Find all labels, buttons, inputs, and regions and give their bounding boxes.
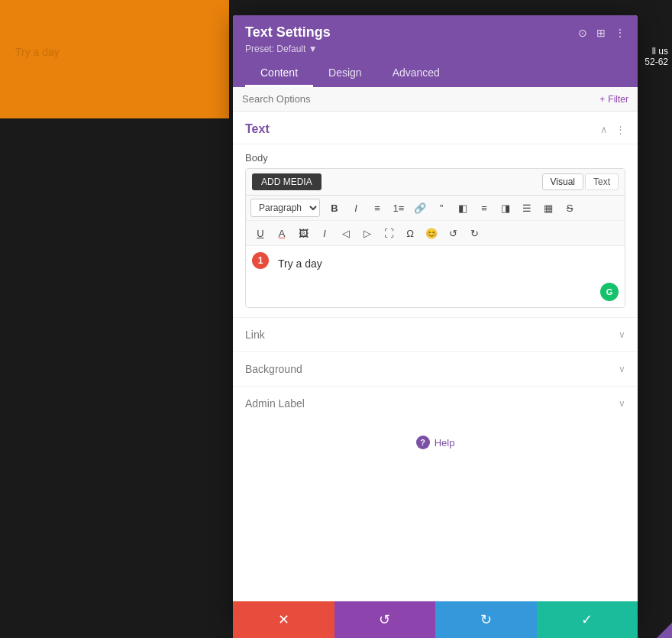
table-button[interactable]: ▦ xyxy=(538,199,558,217)
ol-button[interactable]: 1≡ xyxy=(389,199,409,217)
panel-tabs: Content Design Advanced xyxy=(245,60,625,87)
text-color-button[interactable]: A xyxy=(272,224,292,242)
panel-title-row: Text Settings ⊙ ⊞ ⋮ xyxy=(245,24,625,40)
text-settings-panel: Text Settings ⊙ ⊞ ⋮ Preset: Default ▼ Co… xyxy=(233,15,638,623)
text-section-header: Text ∧ ⋮ xyxy=(233,112,638,144)
orange-hero-section: Try a day xyxy=(0,0,229,134)
background-label: Background xyxy=(245,363,302,375)
search-bar: + Filter xyxy=(233,87,638,112)
section-more-icon[interactable]: ⋮ xyxy=(615,124,625,135)
admin-label-label: Admin Label xyxy=(245,397,305,410)
search-input[interactable] xyxy=(242,93,551,105)
help-icon: ? xyxy=(416,436,430,449)
cancel-button[interactable]: ✕ xyxy=(233,601,334,638)
background-chevron-icon: ∨ xyxy=(619,364,625,374)
section-header-icons: ∧ ⋮ xyxy=(600,124,625,135)
underline-button[interactable]: U xyxy=(250,224,270,242)
bold-button[interactable]: B xyxy=(325,199,344,217)
redo-button[interactable]: ↻ xyxy=(435,601,537,638)
blockquote-button[interactable]: " xyxy=(431,199,451,217)
filter-button[interactable]: + Filter xyxy=(599,94,628,105)
grammarly-icon: G xyxy=(600,283,619,301)
tab-content[interactable]: Content xyxy=(245,60,313,87)
save-button[interactable]: ✓ xyxy=(537,601,638,638)
camera-icon[interactable]: ⊙ xyxy=(578,27,587,39)
collapse-icon[interactable]: ∧ xyxy=(600,124,608,135)
panel-header: Text Settings ⊙ ⊞ ⋮ Preset: Default ▼ Co… xyxy=(233,15,638,87)
indent-button[interactable]: ▷ xyxy=(357,224,377,242)
editor-area: ADD MEDIA Visual Text Paragraph Heading … xyxy=(245,168,625,308)
background-section[interactable]: Background ∨ xyxy=(233,351,638,386)
admin-label-section[interactable]: Admin Label ∨ xyxy=(233,386,638,420)
link-button[interactable]: 🔗 xyxy=(410,199,430,217)
paragraph-select[interactable]: Paragraph Heading 1 Heading 2 xyxy=(250,199,320,217)
columns-icon[interactable]: ⊞ xyxy=(596,27,606,39)
text-view-button[interactable]: Text xyxy=(585,173,619,190)
body-label: Body xyxy=(233,144,638,168)
help-label: Help xyxy=(435,437,455,449)
media-button[interactable]: 🖼 xyxy=(293,224,313,242)
editor-content-area[interactable]: 1 Try a day G xyxy=(246,246,625,307)
editor-badge: 1 xyxy=(252,252,269,269)
text-section-title: Text xyxy=(245,122,270,136)
ul-button[interactable]: ≡ xyxy=(367,199,387,217)
toolbar-row-1: Paragraph Heading 1 Heading 2 B I ≡ 1≡ 🔗… xyxy=(246,196,625,221)
background-text: Try a day xyxy=(15,46,60,58)
preset-label[interactable]: Preset: Default ▼ xyxy=(245,44,318,54)
bottom-bar: ✕ ↺ ↻ ✓ xyxy=(233,601,638,638)
italic2-button[interactable]: I xyxy=(315,224,334,242)
undo-button[interactable]: ↺ xyxy=(334,601,436,638)
toolbar-row-2: U A 🖼 I ◁ ▷ ⛶ Ω 😊 ↺ ↻ xyxy=(246,221,625,246)
align-justify-button[interactable]: ☰ xyxy=(517,199,537,217)
tab-advanced[interactable]: Advanced xyxy=(377,60,455,87)
strikethrough-button[interactable]: S xyxy=(560,199,580,217)
link-label: Link xyxy=(245,329,265,341)
view-toggle: Visual Text xyxy=(542,173,619,190)
panel-body: Text ∧ ⋮ Body ADD MEDIA Visual Text Para… xyxy=(233,112,638,623)
visual-view-button[interactable]: Visual xyxy=(542,173,583,190)
panel-title-icons: ⊙ ⊞ ⋮ xyxy=(578,27,625,39)
add-media-button[interactable]: ADD MEDIA xyxy=(252,173,321,190)
more-icon[interactable]: ⋮ xyxy=(615,27,625,39)
undo-editor-button[interactable]: ↺ xyxy=(443,224,463,242)
outdent-button[interactable]: ◁ xyxy=(336,224,356,242)
align-right-button[interactable]: ◨ xyxy=(496,199,515,217)
tab-design[interactable]: Design xyxy=(313,60,377,87)
align-center-button[interactable]: ≡ xyxy=(474,199,494,217)
fullscreen-button[interactable]: ⛶ xyxy=(379,224,399,242)
align-left-button[interactable]: ◧ xyxy=(453,199,473,217)
plus-icon: + xyxy=(599,94,605,105)
editor-text[interactable]: Try a day xyxy=(255,255,615,272)
panel-title: Text Settings xyxy=(245,24,331,40)
link-section[interactable]: Link ∨ xyxy=(233,317,638,351)
help-row[interactable]: ? Help xyxy=(233,420,638,465)
special-char-button[interactable]: Ω xyxy=(400,224,420,242)
redo-editor-button[interactable]: ↻ xyxy=(464,224,484,242)
admin-label-chevron-icon: ∨ xyxy=(619,398,625,409)
black-bar xyxy=(0,118,229,138)
link-chevron-icon: ∨ xyxy=(619,329,625,340)
italic-button[interactable]: I xyxy=(346,199,366,217)
emoji-button[interactable]: 😊 xyxy=(422,224,441,242)
panel-preset: Preset: Default ▼ xyxy=(245,44,625,54)
filter-label: Filter xyxy=(608,94,628,105)
